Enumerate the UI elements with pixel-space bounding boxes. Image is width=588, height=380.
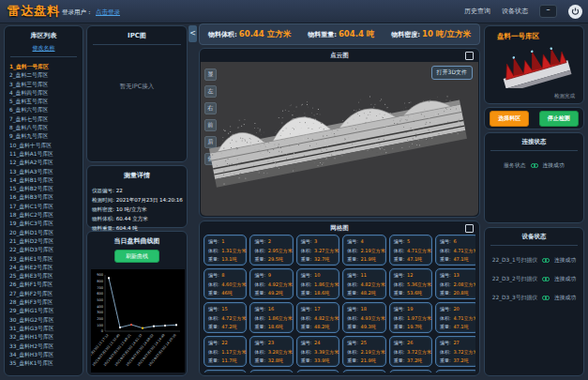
pointcloud-viewport[interactable]: 显左右前后俯 打开3D文件 xyxy=(201,62,478,216)
grid-cell-10[interactable]: 编号: 10体积: 1.86立方米重量: 18.6吨 xyxy=(296,268,339,299)
grid-cell-value: 3.72立方米 xyxy=(452,349,475,355)
minimize-button[interactable]: – xyxy=(539,5,557,18)
grid-cell-34[interactable]: 编号: 34 xyxy=(435,370,475,372)
sidebar-item-33[interactable]: 33_盘料H2号库区 xyxy=(9,342,83,351)
grid-cell-32[interactable]: 编号: 32 xyxy=(342,370,385,372)
sidebar-item-15[interactable]: 15_盘料B2号库区 xyxy=(9,185,83,193)
grid-cell-3[interactable]: 编号: 3体积: 3.27立方米重量: 32.7吨 xyxy=(296,235,339,266)
grid-cell-value: 32.7吨 xyxy=(313,256,330,262)
grid-cell-24[interactable]: 编号: 24体积: 3.39立方米重量: 33.9吨 xyxy=(296,336,339,367)
grid-cell-31[interactable]: 编号: 31 xyxy=(296,370,339,372)
grid-cell-26[interactable]: 编号: 26体积: 3.72立方米重量: 37.2吨 xyxy=(389,336,432,367)
sidebar-item-6[interactable]: 6_盘料六号库区 xyxy=(9,106,83,114)
grid-cell-line: 重量: 13.1吨 xyxy=(208,255,246,265)
rename-link[interactable]: 修改名称 xyxy=(5,40,83,53)
maximize-icon[interactable] xyxy=(465,52,474,60)
grid-cell-line: 重量: 47.2吨 xyxy=(208,323,246,332)
login-link[interactable]: 点击登录 xyxy=(96,8,120,17)
sidebar-item-4[interactable]: 4_盘料四号库区 xyxy=(9,89,83,98)
grid-cell-line: 重量: 29.5吨 xyxy=(254,255,292,265)
grid-cell-value: 4.82立方米 xyxy=(359,281,385,287)
sidebar-item-35[interactable]: 35_盘料K1号库区 xyxy=(9,359,83,368)
grid-cell-11[interactable]: 编号: 11体积: 4.82立方米重量: 48.2吨 xyxy=(342,268,385,299)
sidebar-item-12[interactable]: 12_盘料A2号库区 xyxy=(9,159,83,167)
grid-cell-label: 重量: xyxy=(208,290,219,296)
sidebar-item-23[interactable]: 23_盘料E1号库区 xyxy=(9,255,83,264)
sidebar-item-34[interactable]: 34_盘料H3号库区 xyxy=(9,351,83,359)
detail-value: 22 xyxy=(116,188,123,193)
detail-row: 物料体积:60.44 立方米 xyxy=(92,214,182,223)
sidebar-item-13[interactable]: 13_盘料A3号库区 xyxy=(9,168,83,176)
grid-cell-9[interactable]: 编号: 9体积: 4.92立方米重量: 49.2吨 xyxy=(249,268,293,299)
grid-cell-1[interactable]: 编号: 1体积: 1.31立方米重量: 13.1吨 xyxy=(204,235,247,266)
sidebar-item-31[interactable]: 31_盘料G3号库区 xyxy=(9,325,83,333)
sidebar-item-3[interactable]: 3_盘料三号库区 xyxy=(9,81,83,89)
grid-cell-23[interactable]: 编号: 23体积: 3.28立方米重量: 32.8吨 xyxy=(249,336,293,367)
sidebar-item-28[interactable]: 28_盘料F3号库区 xyxy=(9,298,83,307)
maximize-icon[interactable] xyxy=(465,224,474,233)
grid-cell-value: 9 xyxy=(266,272,271,278)
grid-cell-label: 编号: xyxy=(394,272,405,278)
sidebar-item-20[interactable]: 20_盘料D1号库区 xyxy=(9,229,83,237)
sidebar-item-27[interactable]: 27_盘料F2号库区 xyxy=(9,290,83,298)
grid-cell-29[interactable]: 编号: 29 xyxy=(204,370,247,372)
grid-cell-12[interactable]: 编号: 12体积: 5.36立方米重量: 53.6吨 xyxy=(389,268,432,299)
app-title: 雷达盘料 xyxy=(8,3,60,20)
grid-cell-17[interactable]: 编号: 17体积: 4.82立方米重量: 48.2吨 xyxy=(296,302,339,333)
sidebar-item-1[interactable]: 1_盘料一号库区 xyxy=(9,63,83,71)
stop-detect-button[interactable]: 停止检测 xyxy=(539,111,579,127)
grid-cell-18[interactable]: 编号: 18体积: 4.93立方米重量: 49.3吨 xyxy=(342,302,385,333)
sidebar-item-8[interactable]: 8_盘料八号库区 xyxy=(9,124,83,132)
sidebar-item-10[interactable]: 10_盘料十号库区 xyxy=(9,142,83,150)
pointcloud-visual xyxy=(201,62,478,216)
grid-cell-label: 编号: xyxy=(440,238,451,244)
sidebar-item-7[interactable]: 7_盘料七号库区 xyxy=(9,115,83,124)
sidebar-item-16[interactable]: 16_盘料B3号库区 xyxy=(9,193,83,202)
grid-cell-line: 重量: 21.9吨 xyxy=(347,357,384,366)
sidebar-item-22[interactable]: 22_盘料D3号库区 xyxy=(9,246,83,254)
grid-cell-value: 12 xyxy=(405,272,413,278)
grid-cell-25[interactable]: 编号: 25体积: 2.19立方米重量: 21.9吨 xyxy=(342,336,385,367)
grid-cell-19[interactable]: 编号: 19体积: 1.97立方米重量: 19.7吨 xyxy=(389,302,432,333)
power-button[interactable] xyxy=(568,5,582,19)
sidebar-item-26[interactable]: 26_盘料F1号库区 xyxy=(9,281,83,289)
sidebar-item-14[interactable]: 14_盘料B1号库区 xyxy=(9,176,83,185)
grid-cell-33[interactable]: 编号: 33 xyxy=(389,370,432,372)
sidebar-item-29[interactable]: 29_盘料G1号库区 xyxy=(9,307,83,315)
sidebar-item-9[interactable]: 9_盘料九号库区 xyxy=(9,132,83,141)
sidebar-item-2[interactable]: 2_盘料二号库区 xyxy=(9,71,83,80)
grid-cell-15[interactable]: 编号: 15体积: 4.72立方米重量: 47.2吨 xyxy=(204,302,247,333)
sidebar-item-17[interactable]: 17_盘料C1号库区 xyxy=(9,203,83,211)
grid-cell-27[interactable]: 编号: 27体积: 3.72立方米重量: 37.2吨 xyxy=(435,336,475,367)
grid-cell-value: 13.1吨 xyxy=(220,256,237,262)
grid-cell-6[interactable]: 编号: 6体积: 4.71立方米重量: 47.1吨 xyxy=(435,235,475,266)
sidebar-item-24[interactable]: 24_盘料E2号库区 xyxy=(9,264,83,272)
sidebar-item-25[interactable]: 25_盘料E3号库区 xyxy=(9,272,83,281)
sidebar-collapse-button[interactable]: < xyxy=(188,25,197,42)
grid-cell-line: 编号: 27 xyxy=(440,339,475,348)
nav-history-query[interactable]: 历史查询 xyxy=(464,7,490,16)
grid-cell-8[interactable]: 编号: 8体积: 4.60立方米重量: 46吨 xyxy=(204,268,247,299)
sidebar-item-19[interactable]: 19_盘料C3号库区 xyxy=(9,220,83,228)
grid-cell-label: 编号: xyxy=(347,238,358,244)
grid-cell-20[interactable]: 编号: 20体积: 4.71立方米重量: 47.1吨 xyxy=(435,302,475,333)
select-area-button[interactable]: 选择料区 xyxy=(490,111,529,127)
sidebar-item-21[interactable]: 21_盘料D2号库区 xyxy=(9,237,83,246)
grid-cell-22[interactable]: 编号: 22体积: 1.17立方米重量: 11.7吨 xyxy=(204,336,247,367)
grid-cell-16[interactable]: 编号: 16体积: 1.86立方米重量: 18.6吨 xyxy=(249,302,293,333)
sidebar-item-18[interactable]: 18_盘料C2号库区 xyxy=(9,211,83,220)
sidebar-item-11[interactable]: 11_盘料A1号库区 xyxy=(9,150,83,159)
sidebar-item-30[interactable]: 30_盘料G2号库区 xyxy=(9,316,83,325)
sidebar-item-5[interactable]: 5_盘料五号库区 xyxy=(9,98,83,106)
grid-cell-label: 体积: xyxy=(208,281,219,287)
sidebar-item-32[interactable]: 32_盘料H1号库区 xyxy=(9,333,83,342)
grid-cell-5[interactable]: 编号: 5体积: 4.71立方米重量: 47.1吨 xyxy=(389,235,432,266)
grid-cell-30[interactable]: 编号: 30 xyxy=(249,370,293,372)
grid-cell-13[interactable]: 编号: 13体积: 2.08立方米重量: 20.8吨 xyxy=(435,268,475,299)
grid-cell-4[interactable]: 编号: 4体积: 2.19立方米重量: 21.9吨 xyxy=(342,235,385,266)
refresh-curve-button[interactable]: 刷新曲线 xyxy=(114,250,159,263)
grid-cell-2[interactable]: 编号: 2体积: 2.95立方米重量: 29.5吨 xyxy=(249,235,293,266)
grid-cell-line: 体积: 5.36立方米 xyxy=(394,281,431,290)
grid-cell-line: 体积: 1.97立方米 xyxy=(394,314,431,324)
nav-device-status[interactable]: 设备状态 xyxy=(502,7,528,16)
